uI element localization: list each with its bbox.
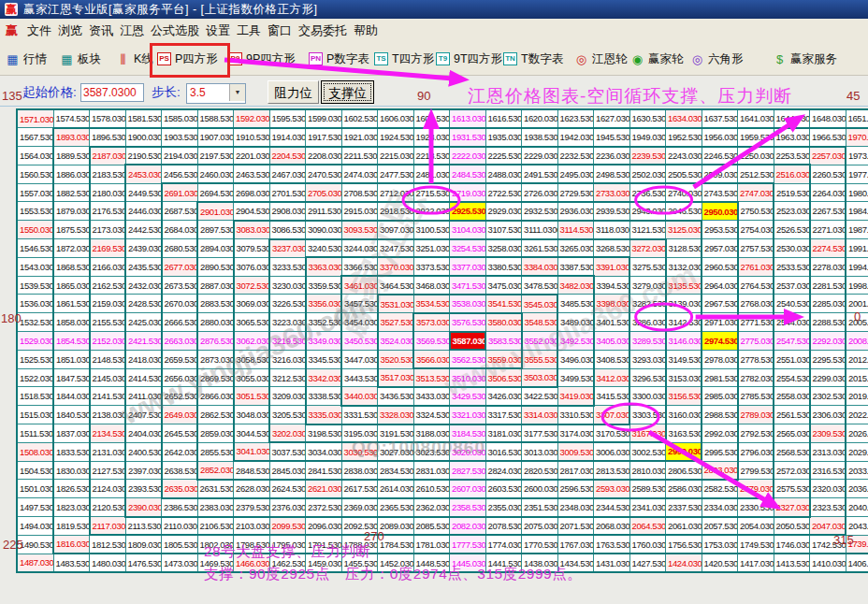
price-cell: 2995.5300 [702, 442, 738, 461]
price-cell: 2257.0300 [810, 147, 846, 165]
price-cell: 3086.5300 [269, 221, 306, 239]
price-cell: 1928.0300 [413, 128, 450, 147]
price-cell: 1564.0300 [17, 147, 53, 165]
price-cell: 3447.0300 [341, 350, 378, 368]
toolbar-item-T四方形[interactable]: TST四方形 [374, 50, 434, 68]
menu-item-公式选股[interactable]: 公式选股 [149, 21, 201, 41]
price-cell: 2659.5300 [162, 350, 198, 368]
toolbar-item-9P四方形[interactable]: P99P四方形 [228, 50, 296, 68]
price-cell: 2600.0300 [522, 480, 558, 498]
support-resistance-cell: 2925.5300 [450, 202, 486, 221]
price-cell: 2439.0300 [125, 239, 162, 258]
menu-item-资讯[interactable]: 资讯 [87, 21, 115, 41]
price-cell: 1977.0300 [846, 165, 868, 183]
price-cell: 3076.0300 [234, 257, 270, 276]
price-cell: 1889.5300 [53, 147, 90, 165]
price-cell: 3527.5300 [378, 313, 414, 332]
price-cell: 2946.5300 [666, 202, 702, 221]
price-cell: 3083.0300 [234, 221, 270, 239]
price-cell: 3244.0300 [341, 239, 378, 258]
price-cell: 2551.0300 [774, 350, 810, 368]
price-cell: 2726.0300 [522, 183, 558, 202]
toolbar-item-行情[interactable]: ▦行情 [6, 50, 47, 68]
price-cell: 1574.5300 [53, 109, 90, 128]
step-combobox[interactable]: 3.5 ▼ [186, 83, 246, 104]
menu-item-交易委托[interactable]: 交易委托 [297, 21, 349, 41]
menu-item-文件[interactable]: 文件 [25, 21, 53, 41]
menu-item-帮助[interactable]: 帮助 [352, 21, 380, 41]
price-cell: 3492.5300 [557, 332, 594, 351]
price-cell: 2603.5300 [485, 480, 522, 498]
toolbar-item-T数字表[interactable]: TNT数字表 [503, 50, 563, 68]
toolbar-item-赢家服务[interactable]: $赢家服务 [773, 50, 837, 68]
price-cell: 3324.5300 [413, 406, 450, 424]
menu-item-工具[interactable]: 工具 [235, 21, 263, 41]
price-cell: 2008.5300 [846, 332, 868, 351]
toolbar-item-板块[interactable]: ▦板块 [60, 50, 101, 68]
price-cell: 2932.5300 [522, 202, 558, 221]
toolbar-item-9T四方形[interactable]: T99T四方形 [436, 50, 502, 68]
menu-item-设置[interactable]: 设置 [204, 21, 232, 41]
price-cell: 2152.0300 [90, 332, 126, 351]
price-cell: 2229.0300 [522, 147, 558, 165]
menu-item-江恩[interactable]: 江恩 [118, 21, 146, 41]
price-cell: 2281.5300 [810, 276, 846, 295]
price-cell: 1476.5300 [125, 554, 162, 572]
price-cell: 1970.0300 [846, 128, 868, 147]
support-button[interactable]: 支撑位 [321, 80, 374, 104]
price-cell: 2425.0300 [125, 313, 162, 332]
start-price-input[interactable] [80, 83, 144, 102]
price-cell: 2015.5300 [846, 368, 868, 387]
price-cell: 2929.0300 [485, 202, 522, 221]
toolbar-item-label: T四方形 [392, 51, 434, 67]
price-cell: 1578.0300 [90, 109, 126, 128]
price-cell: 3062.0300 [234, 332, 270, 351]
price-cell: 2404.0300 [125, 424, 162, 443]
price-cell: 2820.5300 [522, 461, 558, 480]
price-cell: 2873.0300 [197, 350, 234, 368]
toolbar-item-P数字表[interactable]: PNP数字表 [309, 50, 369, 68]
price-cell: 2078.5300 [485, 517, 522, 536]
resistance-button[interactable]: 阻力位 [268, 80, 319, 104]
toolbar-item-K线[interactable]: ⫼K线 [116, 50, 153, 68]
angle-label-135: 135 [2, 89, 22, 103]
price-cell: 3233.5300 [269, 257, 306, 276]
price-cell: 2701.5300 [269, 183, 306, 202]
price-cell: 3499.5300 [557, 368, 594, 387]
price-cell: 2313.0300 [810, 442, 846, 461]
price-cell: 2666.5300 [162, 313, 198, 332]
price-cell: 2376.0300 [269, 498, 306, 517]
price-cell: 2201.0300 [234, 147, 270, 165]
price-cell: 3478.5300 [522, 276, 558, 295]
price-cell: 1581.5300 [125, 109, 162, 128]
price-cell: 3268.5300 [594, 239, 630, 258]
price-cell: 1980.5300 [846, 183, 868, 202]
price-cell: 3408.5300 [594, 350, 630, 368]
toolbar-item-赢家轮[interactable]: ◉赢家轮 [630, 50, 684, 68]
price-cell: 1907.0300 [197, 128, 234, 147]
price-cell: 2645.5300 [162, 424, 198, 443]
price-cell: 2957.0300 [702, 239, 738, 258]
price-cell: 1896.5300 [90, 128, 126, 147]
price-cell: 2355.0300 [485, 498, 522, 517]
price-cell: 2862.5300 [197, 406, 234, 424]
price-cell: 3541.5300 [485, 295, 522, 313]
menu-item-浏览[interactable]: 浏览 [56, 21, 84, 41]
price-cell: 2771.5300 [738, 313, 774, 332]
price-cell: 3422.5300 [522, 387, 558, 406]
toolbar-item-六角形[interactable]: ◎六角形 [690, 50, 744, 68]
price-cell: 3373.5300 [413, 257, 450, 276]
price-cell: 2911.5300 [306, 202, 342, 221]
menu-item-窗口[interactable]: 窗口 [266, 21, 294, 41]
price-cell: 2358.5300 [450, 498, 486, 517]
angle-label-225: 225 [3, 538, 23, 552]
angle-label-315: 315 [833, 533, 854, 547]
price-cell: 2334.0300 [702, 498, 738, 517]
price-cell: 1427.5300 [629, 554, 666, 572]
toolbar-item-江恩轮[interactable]: ◎江恩轮 [574, 50, 628, 68]
chevron-down-icon[interactable]: ▼ [229, 84, 245, 101]
price-cell: 2183.5300 [90, 165, 126, 183]
price-cell: 1539.5300 [17, 276, 53, 295]
price-cell: 3531.0300 [378, 295, 414, 313]
price-cell: 3198.5300 [306, 424, 342, 443]
